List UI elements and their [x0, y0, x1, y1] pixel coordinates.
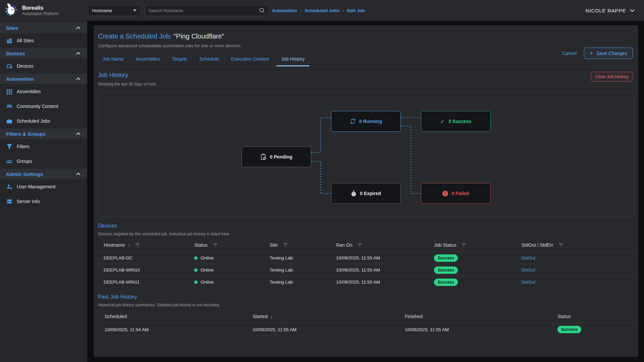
- save-changes-button[interactable]: + Save Changes: [584, 48, 633, 59]
- table-row[interactable]: DEEPLAB-WIN11 Online Testing Lab 10/09/2…: [98, 276, 634, 288]
- filter-icon[interactable]: [283, 243, 288, 247]
- sidebar-item-label: Scheduled Jobs: [17, 118, 50, 124]
- tab-schedule[interactable]: Schedule: [195, 52, 223, 66]
- sidebar-section-filters-groups[interactable]: Filters & Groups: [0, 128, 87, 139]
- clear-job-history-button[interactable]: Clear Job History: [591, 72, 633, 81]
- cell-ran-on: 10/09/2025, 11:55 AM: [336, 280, 434, 285]
- column-scheduled[interactable]: Scheduled: [105, 314, 253, 319]
- sort-desc-icon[interactable]: ↓: [270, 314, 273, 319]
- cell-hostname: DEEPLAB-WIN10: [104, 267, 194, 273]
- tab-execution-context[interactable]: Execution Context: [226, 52, 274, 66]
- table-row[interactable]: 10/09/2025, 11:54 AM 10/09/2025, 11:55 A…: [98, 323, 634, 336]
- tab-targets[interactable]: Targets: [167, 52, 192, 66]
- column-ran-on[interactable]: Ran On: [336, 242, 434, 248]
- app-subtitle: Automation Platform: [22, 11, 59, 16]
- tab-job-name[interactable]: Job Name: [98, 52, 128, 66]
- cell-hostname: DEEPLAB-DC: [104, 255, 194, 260]
- flow-failed-label: 0 Failed: [451, 191, 469, 196]
- column-stdout-stderr[interactable]: StdOut / StdErr: [521, 242, 634, 248]
- breadcrumb-scheduled-jobs[interactable]: Scheduled Jobs: [305, 8, 340, 13]
- flow-running-box: 0 Running: [331, 111, 401, 132]
- sidebar-item-label: Community Content: [17, 104, 58, 109]
- sidebar-section-sites[interactable]: Sites: [0, 22, 87, 33]
- breadcrumb-automation[interactable]: Automation: [272, 8, 297, 13]
- devices-section-subtitle: Devices targeted by this scheduled job. …: [98, 232, 634, 236]
- column-finished[interactable]: Finished: [405, 314, 557, 319]
- chevron-up-icon: [76, 77, 80, 80]
- job-status-flow-diagram: 0 Pending 0 Running ✓ 3 Success: [97, 92, 634, 217]
- search-icon[interactable]: [259, 7, 265, 13]
- cancel-button[interactable]: Cancel: [562, 51, 577, 56]
- caret-down-icon: [133, 9, 137, 11]
- cell-site: Testing Lab: [270, 255, 336, 260]
- section-label: Devices: [6, 51, 25, 56]
- sidebar-item-label: Devices: [17, 63, 34, 69]
- column-site[interactable]: Site: [270, 242, 336, 248]
- sidebar-item-assemblies[interactable]: Assemblies: [0, 84, 87, 99]
- filter-icon[interactable]: [558, 243, 563, 247]
- breadcrumb-separator: ›: [300, 8, 302, 13]
- sidebar-item-server-info[interactable]: Server Info: [0, 194, 87, 209]
- search-input[interactable]: [148, 8, 259, 13]
- status-badge: Success: [557, 326, 581, 333]
- page-title-job-name: "Ping Cloudflare": [172, 33, 224, 40]
- sort-asc-icon[interactable]: ↑: [128, 243, 130, 248]
- sidebar-item-devices[interactable]: Devices: [0, 59, 87, 73]
- sidebar-section-automation[interactable]: Automation: [0, 73, 87, 84]
- column-label: StdOut / StdErr: [521, 242, 553, 248]
- breadcrumb-separator: ›: [342, 8, 344, 13]
- filter-icon[interactable]: [462, 243, 466, 247]
- people-icon: [6, 103, 13, 110]
- page-title-prefix: Create a Scheduled Job:: [98, 33, 172, 40]
- table-row[interactable]: DEEPLAB-DC Online Testing Lab 10/09/2025…: [98, 252, 634, 264]
- sidebar-item-user-management[interactable]: User Management: [0, 179, 87, 194]
- flow-success-label: 3 Success: [448, 119, 472, 124]
- column-label: Status: [557, 314, 571, 319]
- column-started[interactable]: Started ↓: [253, 314, 405, 319]
- sidebar-item-scheduled-jobs[interactable]: Scheduled Jobs: [0, 114, 87, 128]
- stdout-link[interactable]: StdOut: [521, 280, 535, 285]
- briefcase-icon: [6, 118, 13, 124]
- breadcrumb: Automation › Scheduled Jobs › Edit Job: [272, 8, 365, 13]
- funnel-icon: [6, 143, 13, 150]
- stdout-link[interactable]: StdOut: [521, 255, 535, 260]
- cell-finished: 10/09/2025, 11:55 AM: [405, 327, 557, 332]
- brand-text: Borealis Automation Platform: [22, 5, 59, 16]
- flow-expired-label: 0 Expired: [360, 191, 381, 196]
- hostname-dropdown[interactable]: Hostname: [88, 5, 141, 16]
- column-hostname[interactable]: Hostname ↑: [104, 242, 194, 248]
- user-name: NICOLE RAPPE: [586, 8, 626, 13]
- column-label: Status: [194, 242, 208, 248]
- sidebar-item-label: Groups: [17, 159, 32, 164]
- sidebar-section-devices[interactable]: Devices: [0, 48, 87, 59]
- column-label: Started: [253, 314, 268, 319]
- user-menu[interactable]: NICOLE RAPPE: [586, 0, 635, 21]
- column-status[interactable]: Status: [557, 314, 634, 319]
- breadcrumb-edit-job[interactable]: Edit Job: [347, 8, 365, 13]
- main-area: Create a Scheduled Job: "Ping Cloudflare…: [87, 21, 644, 362]
- search-box[interactable]: [145, 5, 269, 16]
- building-icon: [6, 37, 13, 44]
- group-icon: [6, 158, 13, 165]
- plus-icon: +: [590, 52, 593, 55]
- flow-pending-box: 0 Pending: [241, 146, 311, 167]
- sidebar-item-groups[interactable]: Groups: [0, 154, 87, 169]
- grid-icon: [6, 88, 13, 95]
- tab-assemblies[interactable]: Assemblies: [131, 52, 165, 66]
- section-label: Automation: [6, 76, 34, 82]
- top-bar: Borealis Automation Platform Hostname Au…: [0, 0, 644, 21]
- sidebar-item-filters[interactable]: Filters: [0, 139, 87, 154]
- stdout-link[interactable]: StdOut: [521, 267, 535, 273]
- filter-icon[interactable]: [358, 243, 362, 247]
- sidebar-item-community-content[interactable]: Community Content: [0, 99, 87, 114]
- sidebar-item-all-sites[interactable]: All Sites: [0, 33, 87, 48]
- page-title: Create a Scheduled Job: "Ping Cloudflare…: [98, 33, 634, 40]
- tab-job-history[interactable]: Job History: [276, 52, 309, 66]
- sidebar-section-admin-settings[interactable]: Admin Settings: [0, 169, 87, 179]
- table-row[interactable]: DEEPLAB-WIN10 Online Testing Lab 10/09/2…: [98, 264, 634, 276]
- column-status[interactable]: Status: [194, 242, 270, 248]
- column-job-status[interactable]: Job Status: [434, 242, 521, 248]
- filter-icon[interactable]: [135, 243, 140, 247]
- content-panel: Create a Scheduled Job: "Ping Cloudflare…: [94, 25, 638, 357]
- filter-icon[interactable]: [213, 243, 218, 247]
